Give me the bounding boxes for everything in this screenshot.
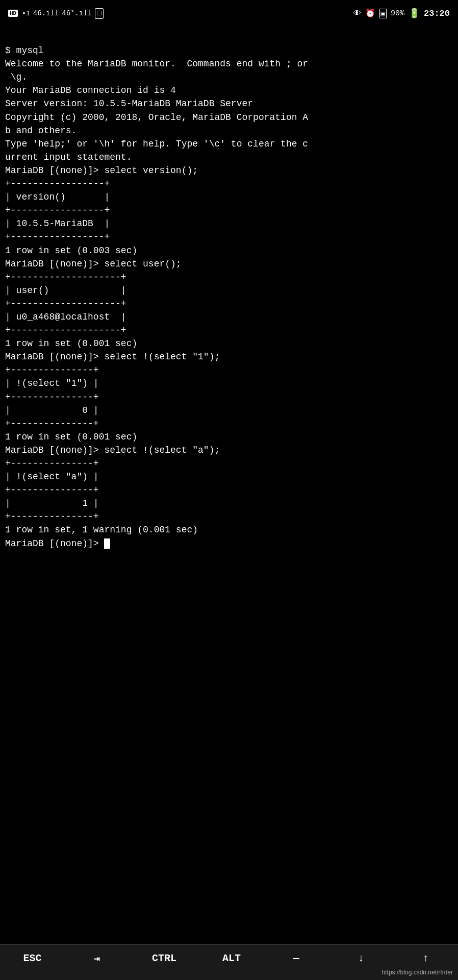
alarm-icon: ⏰: [365, 8, 375, 18]
bottom-btn-up[interactable]: ↑: [408, 950, 444, 966]
battery-icon: 🔋: [409, 8, 420, 19]
bottom-btn-down[interactable]: ↓: [343, 950, 379, 966]
terminal-line: urrent input statement.: [5, 151, 453, 164]
terminal-line: +---------------+: [5, 457, 453, 470]
terminal-line: +---------------+: [5, 483, 453, 497]
bottom-btn-tab[interactable]: ⇥: [79, 950, 115, 967]
terminal-line: | 1 |: [5, 497, 453, 510]
terminal-line: 1 row in set (0.003 sec): [5, 244, 453, 257]
terminal-line: MariaDB [(none)]>: [5, 537, 453, 550]
signal-bars-1: 46.ıll: [33, 9, 59, 17]
terminal-line: $ mysql: [5, 44, 453, 57]
terminal-line: \g.: [5, 70, 453, 84]
terminal-line: 1 row in set (0.001 sec): [5, 430, 453, 444]
sim-icon: □: [95, 8, 104, 19]
status-bar-right: 👁 ⏰ ▣ 90% 🔋 23:20: [353, 8, 450, 19]
terminal-line: 1 row in set (0.001 sec): [5, 337, 453, 350]
terminal-output[interactable]: $ mysqlWelcome to the MariaDB monitor. C…: [0, 27, 458, 944]
status-bar: HD ▪1 46.ıll 46*.ıll □ 👁 ⏰ ▣ 90% 🔋 23:20: [0, 0, 458, 27]
terminal-line: +---------------+: [5, 363, 453, 377]
signal-bars-2: 46*.ıll: [62, 9, 92, 17]
terminal-line: Server version: 10.5.5-MariaDB MariaDB S…: [5, 97, 453, 110]
network-indicator: ▪1: [22, 10, 30, 17]
bottom-url: https://blog.csdn.net/rfrder: [0, 969, 458, 978]
terminal-line: Type 'help;' or '\h' for help. Type '\c'…: [5, 137, 453, 151]
vibrate-icon: ▣: [379, 9, 387, 18]
bottom-btn-dash[interactable]: —: [278, 950, 314, 966]
terminal-line: +---------------+: [5, 510, 453, 523]
terminal-line: | !(select "a") |: [5, 470, 453, 483]
terminal-cursor: [104, 538, 110, 549]
terminal-line: +--------------------+: [5, 297, 453, 310]
terminal-line: | version() |: [5, 190, 453, 204]
terminal-line: +--------------------+: [5, 271, 453, 284]
terminal-line: 1 row in set, 1 warning (0.001 sec): [5, 523, 453, 536]
terminal-line: MariaDB [(none)]> select !(select "a");: [5, 444, 453, 457]
eye-icon: 👁: [353, 9, 361, 18]
terminal-line: +-----------------+: [5, 230, 453, 243]
terminal-line: MariaDB [(none)]> select user();: [5, 257, 453, 271]
terminal-line: Welcome to the MariaDB monitor. Commands…: [5, 57, 453, 70]
bottom-bar-buttons: ESC⇥CTRLALT—↓↑: [0, 948, 458, 969]
terminal-line: Your MariaDB connection id is 4: [5, 84, 453, 97]
terminal-line: | u0_a468@localhost |: [5, 310, 453, 324]
terminal-line: +-----------------+: [5, 177, 453, 190]
bottom-btn-alt[interactable]: ALT: [214, 950, 249, 966]
terminal-line: +-----------------+: [5, 204, 453, 217]
bottom-btn-esc[interactable]: ESC: [14, 950, 50, 966]
terminal-line: | 10.5.5-MariaDB |: [5, 217, 453, 230]
terminal-line: Copyright (c) 2000, 2018, Oracle, MariaD…: [5, 111, 453, 124]
status-bar-left: HD ▪1 46.ıll 46*.ıll □: [8, 8, 104, 19]
terminal-line: +--------------------+: [5, 324, 453, 337]
terminal-line: | !(select "1") |: [5, 377, 453, 390]
hd-badge: HD: [8, 10, 18, 17]
status-time: 23:20: [424, 9, 450, 18]
terminal-line: +---------------+: [5, 390, 453, 404]
terminal-line: +---------------+: [5, 417, 453, 430]
terminal-line: b and others.: [5, 124, 453, 137]
bottom-bar: ESC⇥CTRLALT—↓↑ https://blog.csdn.net/rfr…: [0, 944, 458, 980]
terminal-line: MariaDB [(none)]> select version();: [5, 164, 453, 177]
bottom-btn-ctrl[interactable]: CTRL: [144, 950, 185, 966]
terminal-line: | 0 |: [5, 404, 453, 417]
terminal-line: MariaDB [(none)]> select !(select "1");: [5, 350, 453, 363]
terminal-line: | user() |: [5, 284, 453, 297]
battery-percent: 90%: [391, 9, 404, 18]
